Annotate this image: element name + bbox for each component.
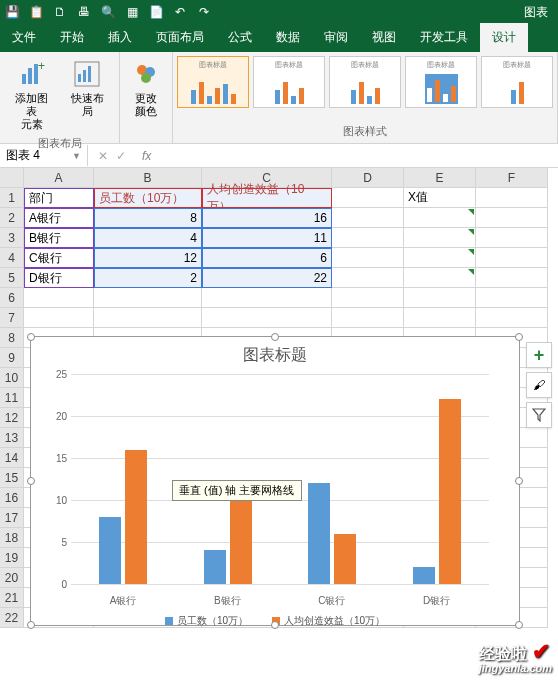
- col-header-a[interactable]: A: [24, 168, 94, 188]
- bar[interactable]: [125, 450, 147, 584]
- cell[interactable]: 部门: [24, 188, 94, 208]
- chart-styles-button[interactable]: 🖌: [526, 372, 552, 398]
- row-header[interactable]: 8: [0, 328, 24, 348]
- tab-insert[interactable]: 插入: [96, 23, 144, 52]
- chart-legend[interactable]: 员工数（10万） 人均创造效益（10万）: [31, 614, 519, 628]
- row-header[interactable]: 2: [0, 208, 24, 228]
- legend-item[interactable]: 员工数（10万）: [165, 614, 248, 628]
- cell[interactable]: [332, 308, 404, 328]
- cell[interactable]: [476, 208, 548, 228]
- cell[interactable]: [476, 188, 548, 208]
- chart-style-gallery[interactable]: 图表标题 图表标题 图表标题 图表标题 图表标题: [177, 56, 553, 122]
- print-icon[interactable]: 🖶: [76, 4, 92, 20]
- preview-icon[interactable]: 🔍: [100, 4, 116, 20]
- cell[interactable]: [476, 288, 548, 308]
- chart-title[interactable]: 图表标题: [31, 337, 519, 374]
- cell[interactable]: [404, 288, 476, 308]
- bar-group[interactable]: [407, 399, 467, 584]
- row-header[interactable]: 3: [0, 228, 24, 248]
- cell[interactable]: 人均创造效益（10万）: [202, 188, 332, 208]
- cell[interactable]: [404, 248, 476, 268]
- tab-formulas[interactable]: 公式: [216, 23, 264, 52]
- cell[interactable]: [404, 228, 476, 248]
- cell[interactable]: [94, 308, 202, 328]
- col-header-f[interactable]: F: [476, 168, 548, 188]
- tab-page-layout[interactable]: 页面布局: [144, 23, 216, 52]
- bar[interactable]: [413, 567, 435, 584]
- cell[interactable]: [332, 268, 404, 288]
- add-chart-element-button[interactable]: + 添加图表 元素: [6, 56, 58, 134]
- chart-filters-button[interactable]: [526, 402, 552, 428]
- row-header[interactable]: 16: [0, 488, 24, 508]
- cell[interactable]: [476, 308, 548, 328]
- cell[interactable]: [332, 248, 404, 268]
- chart-style-1[interactable]: 图表标题: [177, 56, 249, 108]
- cancel-icon[interactable]: ✕: [98, 149, 108, 163]
- row-header[interactable]: 5: [0, 268, 24, 288]
- chart-style-5[interactable]: 图表标题: [481, 56, 553, 108]
- cell[interactable]: A银行: [24, 208, 94, 228]
- cell[interactable]: 员工数（10万）: [94, 188, 202, 208]
- row-header[interactable]: 15: [0, 468, 24, 488]
- tab-data[interactable]: 数据: [264, 23, 312, 52]
- redo-icon[interactable]: ↷: [196, 4, 212, 20]
- chart-elements-button[interactable]: +: [526, 342, 552, 368]
- row-header[interactable]: 1: [0, 188, 24, 208]
- col-header-d[interactable]: D: [332, 168, 404, 188]
- merge-icon[interactable]: ▦: [124, 4, 140, 20]
- cell[interactable]: [94, 288, 202, 308]
- cell[interactable]: [476, 268, 548, 288]
- cell[interactable]: B银行: [24, 228, 94, 248]
- bar[interactable]: [99, 517, 121, 584]
- cell[interactable]: 8: [94, 208, 202, 228]
- cell[interactable]: [404, 268, 476, 288]
- cell[interactable]: 6: [202, 248, 332, 268]
- cell[interactable]: [332, 188, 404, 208]
- cell[interactable]: [24, 308, 94, 328]
- tab-view[interactable]: 视图: [360, 23, 408, 52]
- bar-group[interactable]: [198, 492, 258, 584]
- tab-developer[interactable]: 开发工具: [408, 23, 480, 52]
- cell[interactable]: [332, 228, 404, 248]
- cell[interactable]: [24, 288, 94, 308]
- name-box[interactable]: 图表 4▼: [0, 145, 88, 166]
- cell[interactable]: 4: [94, 228, 202, 248]
- cell[interactable]: [476, 248, 548, 268]
- bar[interactable]: [308, 483, 330, 584]
- change-colors-button[interactable]: 更改 颜色: [126, 56, 166, 120]
- bar[interactable]: [334, 534, 356, 584]
- row-header[interactable]: 20: [0, 568, 24, 588]
- chevron-down-icon[interactable]: ▼: [72, 151, 81, 161]
- bar[interactable]: [439, 399, 461, 584]
- row-header[interactable]: 11: [0, 388, 24, 408]
- tab-file[interactable]: 文件: [0, 23, 48, 52]
- row-header[interactable]: 9: [0, 348, 24, 368]
- cell[interactable]: 11: [202, 228, 332, 248]
- row-header[interactable]: 17: [0, 508, 24, 528]
- row-header[interactable]: 18: [0, 528, 24, 548]
- chart-style-4[interactable]: 图表标题: [405, 56, 477, 108]
- cell[interactable]: 22: [202, 268, 332, 288]
- cell[interactable]: [404, 208, 476, 228]
- cell[interactable]: 16: [202, 208, 332, 228]
- cell[interactable]: [202, 288, 332, 308]
- spreadsheet-grid[interactable]: A B C D E F 1 部门 员工数（10万） 人均创造效益（10万） X值…: [0, 168, 558, 288]
- cell[interactable]: [404, 308, 476, 328]
- row-header[interactable]: 14: [0, 448, 24, 468]
- row-header[interactable]: 10: [0, 368, 24, 388]
- chart-style-3[interactable]: 图表标题: [329, 56, 401, 108]
- bar-group[interactable]: [93, 450, 153, 584]
- tab-home[interactable]: 开始: [48, 23, 96, 52]
- new-icon[interactable]: 🗋: [52, 4, 68, 20]
- cell[interactable]: D银行: [24, 268, 94, 288]
- fx-icon[interactable]: fx: [136, 149, 157, 163]
- bar-group[interactable]: [302, 483, 362, 584]
- legend-item[interactable]: 人均创造效益（10万）: [272, 614, 385, 628]
- paste-icon[interactable]: 📄: [148, 4, 164, 20]
- quick-layout-button[interactable]: 快速布局: [62, 56, 114, 120]
- cell[interactable]: 2: [94, 268, 202, 288]
- cell[interactable]: [202, 308, 332, 328]
- row-header[interactable]: 12: [0, 408, 24, 428]
- cell[interactable]: [332, 208, 404, 228]
- col-header-e[interactable]: E: [404, 168, 476, 188]
